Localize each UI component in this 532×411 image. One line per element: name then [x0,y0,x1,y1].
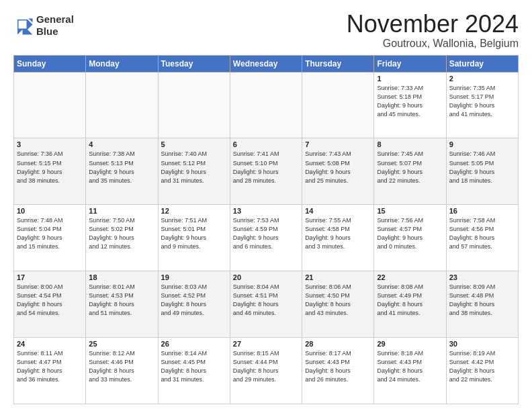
day-info: Sunrise: 7:53 AM Sunset: 4:59 PM Dayligh… [233,216,299,251]
calendar-cell: 14Sunrise: 7:55 AM Sunset: 4:58 PM Dayli… [302,205,374,271]
day-info: Sunrise: 7:41 AM Sunset: 5:10 PM Dayligh… [233,150,299,185]
day-info: Sunrise: 7:50 AM Sunset: 5:02 PM Dayligh… [89,216,154,251]
col-header-monday: Monday [86,55,158,72]
calendar-cell: 23Sunrise: 8:09 AM Sunset: 4:48 PM Dayli… [446,271,518,338]
logo-text: General Blue [36,13,74,38]
month-title: November 2024 [347,11,519,38]
calendar-cell: 22Sunrise: 8:08 AM Sunset: 4:49 PM Dayli… [374,271,446,338]
day-number: 17 [17,273,83,281]
day-info: Sunrise: 8:14 AM Sunset: 4:45 PM Dayligh… [161,349,227,384]
day-number: 13 [233,207,299,215]
calendar-cell: 30Sunrise: 8:19 AM Sunset: 4:42 PM Dayli… [446,338,518,404]
day-info: Sunrise: 7:56 AM Sunset: 4:57 PM Dayligh… [377,216,443,251]
day-info: Sunrise: 7:35 AM Sunset: 5:17 PM Dayligh… [449,84,515,119]
col-header-saturday: Saturday [446,55,518,72]
calendar-cell: 19Sunrise: 8:03 AM Sunset: 4:52 PM Dayli… [158,271,230,338]
day-info: Sunrise: 7:38 AM Sunset: 5:13 PM Dayligh… [89,150,154,185]
day-number: 20 [233,273,299,281]
logo-icon [13,15,34,36]
calendar-cell: 6Sunrise: 7:41 AM Sunset: 5:10 PM Daylig… [230,138,302,205]
day-info: Sunrise: 8:12 AM Sunset: 4:46 PM Dayligh… [89,349,154,384]
day-info: Sunrise: 8:18 AM Sunset: 4:43 PM Dayligh… [377,349,443,384]
day-number: 22 [377,273,443,281]
calendar-cell: 25Sunrise: 8:12 AM Sunset: 4:46 PM Dayli… [86,338,158,404]
calendar-cell: 13Sunrise: 7:53 AM Sunset: 4:59 PM Dayli… [230,205,302,271]
day-info: Sunrise: 8:17 AM Sunset: 4:43 PM Dayligh… [305,349,371,384]
calendar-cell [230,72,302,138]
day-number: 11 [89,207,154,215]
day-number: 28 [305,340,371,348]
day-number: 23 [449,273,515,281]
day-info: Sunrise: 7:45 AM Sunset: 5:07 PM Dayligh… [377,150,443,185]
col-header-wednesday: Wednesday [230,55,302,72]
calendar-cell [14,72,86,138]
day-number: 24 [17,340,83,348]
day-number: 21 [305,273,371,281]
day-info: Sunrise: 8:08 AM Sunset: 4:49 PM Dayligh… [377,283,443,318]
day-number: 29 [377,340,443,348]
day-info: Sunrise: 8:01 AM Sunset: 4:53 PM Dayligh… [89,283,154,318]
day-info: Sunrise: 8:11 AM Sunset: 4:47 PM Dayligh… [17,349,83,384]
header-row: SundayMondayTuesdayWednesdayThursdayFrid… [14,55,519,72]
calendar-cell [86,72,158,138]
day-info: Sunrise: 8:19 AM Sunset: 4:42 PM Dayligh… [449,349,515,384]
day-number: 26 [161,340,227,348]
calendar-cell: 15Sunrise: 7:56 AM Sunset: 4:57 PM Dayli… [374,205,446,271]
calendar-cell: 27Sunrise: 8:15 AM Sunset: 4:44 PM Dayli… [230,338,302,404]
svg-marker-2 [19,21,27,29]
day-info: Sunrise: 7:40 AM Sunset: 5:12 PM Dayligh… [161,150,227,185]
calendar-cell: 16Sunrise: 7:58 AM Sunset: 4:56 PM Dayli… [446,205,518,271]
page: General Blue November 2024 Goutroux, Wal… [0,0,532,411]
calendar-cell: 7Sunrise: 7:43 AM Sunset: 5:08 PM Daylig… [302,138,374,205]
week-row-2: 3Sunrise: 7:36 AM Sunset: 5:15 PM Daylig… [14,138,519,205]
day-info: Sunrise: 7:58 AM Sunset: 4:56 PM Dayligh… [449,216,515,251]
calendar-cell: 9Sunrise: 7:46 AM Sunset: 5:05 PM Daylig… [446,138,518,205]
day-number: 9 [449,140,515,148]
day-info: Sunrise: 8:04 AM Sunset: 4:51 PM Dayligh… [233,283,299,318]
calendar-cell: 20Sunrise: 8:04 AM Sunset: 4:51 PM Dayli… [230,271,302,338]
calendar-cell: 26Sunrise: 8:14 AM Sunset: 4:45 PM Dayli… [158,338,230,404]
calendar-cell: 5Sunrise: 7:40 AM Sunset: 5:12 PM Daylig… [158,138,230,205]
day-info: Sunrise: 7:43 AM Sunset: 5:08 PM Dayligh… [305,150,371,185]
day-number: 14 [305,207,371,215]
day-number: 16 [449,207,515,215]
day-number: 7 [305,140,371,148]
calendar-cell: 12Sunrise: 7:51 AM Sunset: 5:01 PM Dayli… [158,205,230,271]
calendar-cell: 3Sunrise: 7:36 AM Sunset: 5:15 PM Daylig… [14,138,86,205]
week-row-3: 10Sunrise: 7:48 AM Sunset: 5:04 PM Dayli… [14,205,519,271]
calendar-cell: 21Sunrise: 8:06 AM Sunset: 4:50 PM Dayli… [302,271,374,338]
week-row-1: 1Sunrise: 7:33 AM Sunset: 5:18 PM Daylig… [14,72,519,138]
day-info: Sunrise: 7:46 AM Sunset: 5:05 PM Dayligh… [449,150,515,185]
day-number: 5 [161,140,227,148]
calendar-cell: 24Sunrise: 8:11 AM Sunset: 4:47 PM Dayli… [14,338,86,404]
day-number: 12 [161,207,227,215]
day-number: 25 [89,340,154,348]
day-number: 30 [449,340,515,348]
day-info: Sunrise: 7:55 AM Sunset: 4:58 PM Dayligh… [305,216,371,251]
day-info: Sunrise: 7:33 AM Sunset: 5:18 PM Dayligh… [377,84,443,119]
col-header-tuesday: Tuesday [158,55,230,72]
day-info: Sunrise: 7:51 AM Sunset: 5:01 PM Dayligh… [161,216,227,251]
header: General Blue November 2024 Goutroux, Wal… [13,11,519,50]
day-number: 18 [89,273,154,281]
logo-blue: Blue [36,26,58,37]
day-number: 6 [233,140,299,148]
day-number: 19 [161,273,227,281]
week-row-5: 24Sunrise: 8:11 AM Sunset: 4:47 PM Dayli… [14,338,519,404]
day-info: Sunrise: 8:15 AM Sunset: 4:44 PM Dayligh… [233,349,299,384]
day-number: 8 [377,140,443,148]
day-info: Sunrise: 8:03 AM Sunset: 4:52 PM Dayligh… [161,283,227,318]
col-header-sunday: Sunday [14,55,86,72]
calendar-cell [302,72,374,138]
col-header-thursday: Thursday [302,55,374,72]
calendar-cell: 11Sunrise: 7:50 AM Sunset: 5:02 PM Dayli… [86,205,158,271]
calendar-cell: 1Sunrise: 7:33 AM Sunset: 5:18 PM Daylig… [374,72,446,138]
calendar-cell: 18Sunrise: 8:01 AM Sunset: 4:53 PM Dayli… [86,271,158,338]
location-subtitle: Goutroux, Wallonia, Belgium [347,38,519,50]
calendar-cell [158,72,230,138]
day-info: Sunrise: 7:36 AM Sunset: 5:15 PM Dayligh… [17,150,83,185]
day-info: Sunrise: 8:09 AM Sunset: 4:48 PM Dayligh… [449,283,515,318]
title-block: November 2024 Goutroux, Wallonia, Belgiu… [347,11,519,50]
day-number: 1 [377,75,443,83]
calendar-cell: 10Sunrise: 7:48 AM Sunset: 5:04 PM Dayli… [14,205,86,271]
